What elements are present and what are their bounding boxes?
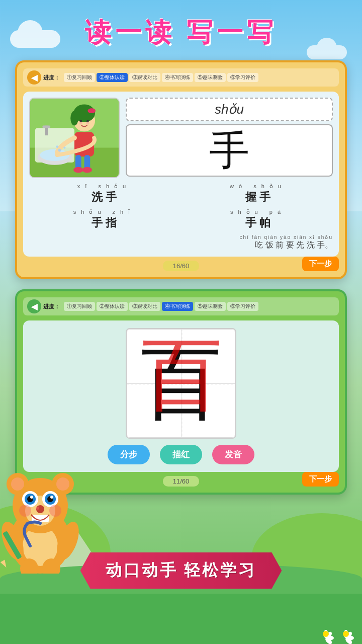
card1-content: shǒu 手 xī shǒu 洗 手 wò shǒu 握 手 shǒu zhǐ …: [23, 92, 339, 257]
card1-pinyin: shǒu: [126, 98, 333, 121]
card2-progress-label: 进度：: [43, 303, 60, 310]
svg-rect-22: [42, 126, 50, 128]
word-item-1: xī shǒu 洗 手: [29, 183, 179, 205]
card2-progress-bar: ◀ 进度： ①复习回顾 ②整体认读 ③跟读对比 ④书写演练 ⑤趣味测验 ⑥学习评…: [23, 297, 339, 315]
card2-page-counter: 11/60: [163, 476, 200, 487]
card1-next-button[interactable]: 下一步: [302, 257, 339, 271]
card1-step-6[interactable]: ⑥学习评价: [227, 73, 258, 82]
page-title: 读一读 写一写: [0, 0, 362, 50]
word-item-2: wò shǒu 握 手: [183, 183, 333, 205]
card2-step-5[interactable]: ⑤趣味测验: [195, 302, 226, 311]
card2-step-4[interactable]: ④书写演练: [162, 302, 193, 311]
word-4-pinyin: shǒu pà: [183, 209, 333, 215]
svg-point-19: [63, 147, 65, 149]
card1-progress-label: 进度：: [43, 74, 60, 82]
flower-1: [317, 625, 332, 640]
card2-step-btn[interactable]: 分步: [108, 445, 150, 464]
svg-point-44: [19, 505, 31, 517]
word-2-pinyin: wò shǒu: [183, 183, 333, 190]
svg-point-42: [36, 507, 39, 510]
flower-2: [337, 625, 352, 640]
svg-point-8: [87, 108, 96, 113]
word-3-chinese: 手 指: [29, 215, 179, 230]
bear-character: [0, 463, 85, 574]
word-3-pinyin: shǒu zhǐ: [29, 209, 179, 215]
bottom-banner-text: 动口动手 轻松学习: [80, 552, 282, 589]
svg-point-20: [56, 145, 58, 148]
card2-step-2[interactable]: ②整体认读: [97, 302, 128, 311]
card1-sentence-text: 吃 饭 前 要 先 洗 手。: [29, 240, 333, 251]
card2-back-button[interactable]: ◀: [27, 299, 41, 313]
svg-point-29: [11, 477, 24, 491]
svg-point-17: [82, 167, 93, 173]
card1-top-layout: shǒu 手: [29, 98, 333, 178]
card1-panel: ◀ 进度： ①复习回顾 ②整体认读 ③跟读对比 ④书写演练 ⑤趣味测验 ⑥学习评…: [15, 60, 347, 279]
card1-back-button[interactable]: ◀: [27, 70, 41, 85]
card2-step-3[interactable]: ③跟读对比: [129, 302, 160, 311]
svg-point-45: [49, 505, 61, 517]
word-item-3: shǒu zhǐ 手 指: [29, 209, 179, 230]
word-4-chinese: 手 帕: [183, 215, 333, 230]
card1-footer: 16/60 下一步: [23, 261, 339, 271]
card1-sentence-pinyin: chī fàn qián yào xiān xǐ shǒu: [29, 234, 333, 240]
svg-point-16: [73, 167, 83, 173]
card2-trace-btn[interactable]: 描红: [160, 445, 202, 464]
card1-char-display: shǒu 手: [126, 98, 333, 177]
word-1-pinyin: xī shǒu: [29, 183, 179, 190]
flowers: [317, 625, 352, 640]
card2-action-buttons: 分步 描红 发音: [31, 445, 331, 464]
card1-steps: ①复习回顾 ②整体认读 ③跟读对比 ④书写演练 ⑤趣味测验 ⑥学习评价: [64, 73, 258, 82]
card1-step-2[interactable]: ②整体认读: [97, 73, 128, 82]
card2-writing-area[interactable]: 百 百: [126, 328, 236, 439]
svg-point-39: [30, 496, 33, 499]
card1-page-counter: 16/60: [163, 261, 200, 271]
card1-step-1[interactable]: ①复习回顾: [64, 73, 95, 82]
svg-marker-51: [1, 560, 9, 569]
card2-sound-btn[interactable]: 发音: [212, 445, 254, 464]
svg-point-40: [50, 496, 53, 499]
card1-character-image: [29, 98, 120, 178]
card2-content: 百 百 分步 描红 发音: [23, 320, 339, 472]
card1-word-list: xī shǒu 洗 手 wò shǒu 握 手 shǒu zhǐ 手 指 shǒ…: [29, 183, 333, 230]
card1-step-4[interactable]: ④书写演练: [162, 73, 193, 82]
card1-sentence: chī fàn qián yào xiān xǐ shǒu 吃 饭 前 要 先 …: [29, 234, 333, 251]
word-1-chinese: 洗 手: [29, 190, 179, 205]
card2-step-6[interactable]: ⑥学习评价: [227, 302, 258, 311]
card1-chinese-char: 手: [126, 124, 333, 177]
svg-point-31: [56, 477, 69, 491]
card2-step-1[interactable]: ①复习回顾: [64, 302, 95, 311]
svg-point-18: [58, 149, 61, 152]
card2-next-button[interactable]: 下一步: [302, 472, 339, 487]
svg-point-12: [86, 122, 89, 125]
word-2-chinese: 握 手: [183, 190, 333, 205]
card2-steps: ①复习回顾 ②整体认读 ③跟读对比 ④书写演练 ⑤趣味测验 ⑥学习评价: [64, 302, 258, 311]
svg-point-11: [79, 122, 82, 125]
card1-progress-bar: ◀ 进度： ①复习回顾 ②整体认读 ③跟读对比 ④书写演练 ⑤趣味测验 ⑥学习评…: [23, 68, 339, 87]
card1-step-5[interactable]: ⑤趣味测验: [195, 73, 226, 82]
card2-chinese-char: 百: [141, 343, 221, 424]
card1-step-3[interactable]: ③跟读对比: [129, 73, 160, 82]
word-item-4: shǒu pà 手 帕: [183, 209, 333, 230]
svg-point-7: [70, 111, 78, 125]
